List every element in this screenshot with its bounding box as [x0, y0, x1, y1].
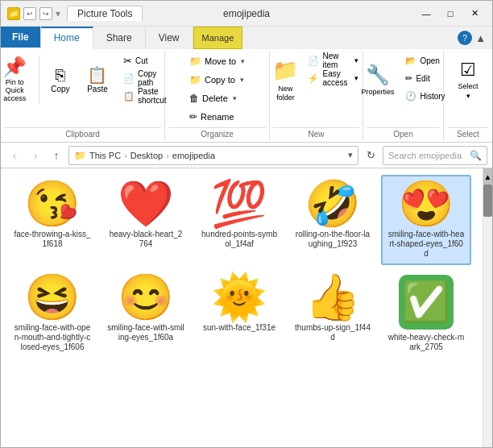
undo-icon[interactable]: ↩	[23, 7, 36, 20]
paste-shortcut-icon: 📋	[123, 91, 135, 102]
tab-share[interactable]: Share	[93, 27, 146, 49]
redo-icon[interactable]: ↪	[39, 7, 52, 20]
search-bar[interactable]: Search emojipedia 🔍	[383, 146, 487, 165]
file-emoji: 😊	[118, 275, 174, 320]
tab-file[interactable]: File	[1, 27, 41, 49]
list-item[interactable]: 💯 hundred-points-symbol_1f4af	[194, 175, 284, 265]
clipboard-label: Clipboard	[4, 127, 161, 139]
file-emoji: 😆	[24, 275, 81, 320]
scroll-up-button[interactable]: ▲	[483, 168, 492, 185]
file-emoji: 😍	[398, 181, 454, 226]
scrollbar[interactable]: ▲ ▼	[483, 168, 492, 448]
refresh-button[interactable]: ↻	[362, 147, 379, 164]
select-group-content: ☑ Select ▾	[448, 52, 488, 126]
cut-label: Cut	[135, 56, 148, 65]
list-item[interactable]: 😍 smiling-face-with-heart-shaped-eyes_1f…	[381, 175, 471, 265]
rename-button[interactable]: ✏ Rename	[184, 108, 250, 126]
list-item[interactable]: 🌞 sun-with-face_1f31e	[194, 268, 284, 359]
open-label: Open	[367, 127, 440, 139]
clipboard-group: 📌 Pin to Quickaccess ⎘ Copy 📋 Paste ✂ Cu…	[1, 51, 165, 140]
history-icon: 🕐	[405, 91, 416, 102]
file-name: smiling-face-with-smiling-eyes_1f60a	[107, 323, 184, 342]
organize-group-content: 📁 Move to ▾ 📁 Copy to ▾ 🗑 Delete ▾	[184, 52, 250, 126]
file-name: heavy-black-heart_2764	[107, 230, 184, 249]
list-item[interactable]: 😆 smiling-face-with-open-mouth-and-tight…	[7, 268, 97, 359]
ribbon-tabs: File Home Share View Manage ? ▲	[1, 27, 492, 49]
tab-manage[interactable]: Manage	[193, 27, 243, 49]
search-icon[interactable]: 🔍	[470, 150, 482, 161]
select-button[interactable]: ☑ Select ▾	[448, 52, 488, 107]
quick-access-icons: 📁 ↩ ↪ ▾	[7, 7, 60, 20]
list-item[interactable]: ❤️ heavy-black-heart_2764	[101, 175, 191, 265]
copy-icon: ⎘	[56, 67, 65, 83]
file-name: rolling-on-the-floor-laughing_1f923	[294, 230, 371, 249]
pin-to-quick-access-button[interactable]: 📌 Pin to Quickaccess	[0, 52, 35, 107]
edit-label: Edit	[416, 74, 429, 83]
tab-home[interactable]: Home	[41, 27, 93, 49]
copy-path-button[interactable]: 📄 Copy path	[118, 70, 172, 86]
paste-label: Paste	[87, 85, 108, 93]
breadcrumb-emojipedia[interactable]: emojipedia	[172, 151, 215, 160]
clipboard-group-content: 📌 Pin to Quickaccess ⎘ Copy 📋 Paste ✂ Cu…	[0, 52, 172, 126]
new-folder-icon: 📁	[272, 58, 298, 83]
divider	[39, 56, 39, 104]
close-button[interactable]: ✕	[463, 6, 486, 21]
list-item[interactable]: 🤣 rolling-on-the-floor-laughing_1f923	[288, 175, 378, 265]
address-bar[interactable]: 📁 This PC › Desktop › emojipedia ▾	[68, 146, 358, 165]
cut-icon: ✂	[123, 55, 132, 67]
paste-shortcut-button[interactable]: 📋 Paste shortcut	[118, 88, 172, 104]
list-item[interactable]: 😊 smiling-face-with-smiling-eyes_1f60a	[101, 268, 191, 359]
tab-view[interactable]: View	[146, 27, 193, 49]
breadcrumb-desktop[interactable]: Desktop	[130, 151, 163, 160]
paste-button[interactable]: 📋 Paste	[80, 52, 115, 107]
help-button[interactable]: ?	[458, 31, 472, 45]
list-item[interactable]: 😘 face-throwing-a-kiss_1f618	[7, 175, 97, 265]
move-to-button[interactable]: 📁 Move to ▾	[184, 52, 250, 70]
cut-button[interactable]: ✂ Cut	[118, 52, 172, 68]
window-title: emojipedia	[223, 8, 270, 19]
file-emoji: 🌞	[211, 275, 267, 320]
window-controls: — □ ✕	[415, 6, 486, 21]
new-group: 📁 Newfolder 📄 New item ▾ ⚡ Easy access ▾	[270, 51, 363, 140]
properties-button[interactable]: 🔧 Properties	[356, 52, 399, 107]
select-label: Select	[458, 82, 478, 90]
history-button[interactable]: 🕐 History	[400, 88, 450, 104]
open-group: 🔧 Properties 📂 Open ✏ Edit 🕐 History	[363, 51, 444, 140]
properties-label: Properties	[361, 88, 394, 96]
file-name: hundred-points-symbol_1f4af	[201, 230, 278, 249]
cut-move-group: ✂ Cut 📄 Copy path 📋 Paste shortcut	[118, 52, 172, 104]
new-group-content: 📁 Newfolder 📄 New item ▾ ⚡ Easy access ▾	[269, 52, 362, 126]
forward-button[interactable]: ›	[27, 147, 44, 164]
copy-button[interactable]: ⎘ Copy	[43, 52, 78, 107]
easy-access-button[interactable]: ⚡ Easy access ▾	[303, 70, 362, 86]
nav-bar: ‹ › ↑ 📁 This PC › Desktop › emojipedia ▾…	[1, 143, 492, 168]
file-emoji: 😘	[24, 181, 81, 226]
file-name: smiling-face-with-heart-shaped-eyes_1f60…	[387, 230, 465, 259]
up-button[interactable]: ↑	[48, 147, 65, 164]
quick-access-dropdown[interactable]: ▾	[56, 8, 60, 19]
ribbon-collapse-button[interactable]: ▲	[475, 32, 486, 44]
back-button[interactable]: ‹	[6, 147, 23, 164]
copy-to-button[interactable]: 📁 Copy to ▾	[184, 71, 250, 89]
list-item[interactable]: 👍 thumbs-up-sign_1f44d	[288, 268, 378, 359]
edit-button[interactable]: ✏ Edit	[400, 70, 450, 86]
delete-label: Delete	[202, 93, 228, 103]
delete-button[interactable]: 🗑 Delete ▾	[184, 89, 250, 107]
copy-to-icon: 📁	[189, 74, 201, 85]
new-folder-label: Newfolder	[276, 85, 295, 102]
new-item-button[interactable]: 📄 New item ▾	[303, 52, 362, 68]
breadcrumb-thispc[interactable]: This PC	[89, 151, 121, 160]
open-sub-buttons: 📂 Open ✏ Edit 🕐 History	[400, 52, 450, 104]
scroll-track[interactable]	[483, 185, 492, 448]
new-folder-button[interactable]: 📁 Newfolder	[269, 52, 301, 107]
open-button[interactable]: 📂 Open	[400, 52, 450, 68]
maximize-button[interactable]: □	[439, 6, 462, 21]
copy-to-chevron: ▾	[240, 76, 244, 84]
address-dropdown-icon[interactable]: ▾	[348, 150, 353, 160]
scroll-thumb[interactable]	[483, 185, 492, 217]
list-item[interactable]: ✅ white-heavy-check-mark_2705	[381, 268, 471, 359]
file-name: thumbs-up-sign_1f44d	[294, 323, 371, 342]
main-area: 😘 face-throwing-a-kiss_1f618 ❤️ heavy-bl…	[1, 168, 492, 448]
move-to-chevron: ▾	[241, 57, 245, 65]
minimize-button[interactable]: —	[415, 6, 437, 21]
